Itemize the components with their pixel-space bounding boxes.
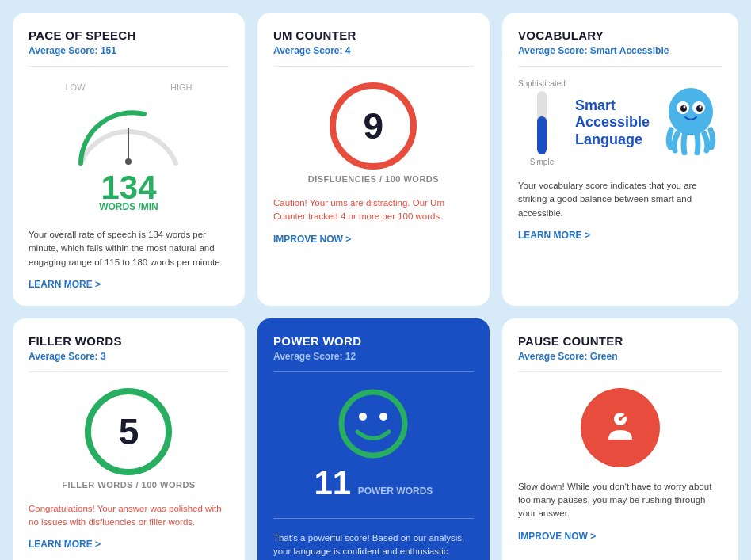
pause-description: Slow down! While you don't have to worry… [518,480,722,521]
vocab-bar-container: Sophisticated Simple [518,79,566,166]
vocab-text-area: SmartAccessibleLanguage [575,97,650,149]
pace-link[interactable]: LEARN MORE > [29,279,229,290]
pause-card: PAUSE COUNTER Average Score: Green Slow … [502,318,738,560]
svg-point-2 [669,88,713,135]
power-title: POWER WORD [273,334,474,348]
svg-point-9 [341,392,405,455]
power-number: 11 [314,464,351,501]
um-subtitle: Average Score: 4 [273,45,474,56]
pause-icon-svg [600,408,640,448]
vocab-bar-fill [537,116,547,154]
svg-point-1 [125,158,132,165]
power-body: 11 POWER WORDS [273,382,474,509]
vocab-body: Sophisticated Simple SmartAccessibleLang… [518,76,722,170]
pace-title: PACE OF SPEECH [29,29,229,42]
pace-number: 134 [101,171,156,204]
pause-title: PAUSE COUNTER [518,334,722,348]
vocab-title: VOCABULARY [518,29,722,42]
dashboard-grid: PACE OF SPEECH Average Score: 151 LOW HI… [13,13,738,560]
svg-point-11 [379,413,387,421]
svg-point-10 [359,413,367,421]
pace-body: LOW HIGH 134 WORDS /MIN [29,76,229,219]
filler-subtitle: Average Score: 3 [29,351,229,362]
um-link[interactable]: IMPROVE NOW > [273,234,474,245]
pace-card: PACE OF SPEECH Average Score: 151 LOW HI… [13,13,245,306]
um-divider [273,66,474,67]
svg-point-8 [700,106,702,109]
um-body: 9 DISFLUENCIES / 100 WORDS [273,76,474,190]
um-title: UM COUNTER [273,29,474,42]
gauge-labels: LOW HIGH [65,82,192,92]
filler-circle: 5 [85,388,172,475]
gauge-container [65,92,192,171]
filler-title: FILLER WORDS [29,334,229,348]
smiley-container: 11 POWER WORDS [314,388,433,502]
octopus-svg [659,84,722,155]
um-label: DISFLUENCIES / 100 WORDS [308,174,439,184]
gauge-svg [65,92,192,171]
vocab-bar-top: Sophisticated [518,79,566,88]
um-circle: 9 [330,82,417,170]
um-caution: Caution! Your ums are distracting. Our U… [273,196,474,224]
power-unit: POWER WORDS [358,486,433,497]
filler-label: FILLER WORDS / 100 WORDS [62,480,195,490]
vocab-label: SmartAccessibleLanguage [575,97,650,149]
um-card: UM COUNTER Average Score: 4 9 DISFLUENCI… [257,13,490,306]
vocab-description: Your vocabulary score indicates that you… [518,179,722,220]
vocab-divider [518,66,722,67]
pace-description: Your overall rate of speech is 134 words… [29,228,229,269]
pause-body [518,382,722,474]
pause-circle [581,388,660,467]
pace-unit: WORDS /MIN [99,201,158,212]
filler-link[interactable]: LEARN MORE > [29,539,229,550]
power-count-line: 11 POWER WORDS [314,464,433,502]
filler-divider [29,371,229,372]
vocab-bar [537,91,547,154]
vocab-bar-bottom: Simple [530,158,555,166]
power-divider [273,371,474,372]
gauge-low: LOW [65,82,85,92]
gauge-high: HIGH [170,82,193,92]
vocabulary-card: VOCABULARY Average Score: Smart Accessib… [502,13,738,306]
power-divider2 [273,518,474,519]
pace-divider [29,66,229,67]
svg-point-7 [684,106,686,109]
vocab-link[interactable]: LEARN MORE > [518,230,722,241]
svg-point-14 [619,417,622,421]
power-subtitle: Average Score: 12 [273,351,474,362]
vocab-octopus-icon [659,84,722,162]
filler-card: FILLER WORDS Average Score: 3 5 FILLER W… [13,318,245,560]
smiley-svg [337,388,409,459]
power-description: That's a powerful score! Based on our an… [273,531,474,559]
vocab-subtitle: Average Score: Smart Accessible [518,45,722,56]
pause-divider [518,371,722,372]
pace-subtitle: Average Score: 151 [29,45,229,56]
filler-description: Congratulations! Your answer was polishe… [29,502,229,530]
pause-subtitle: Average Score: Green [518,351,722,362]
filler-body: 5 FILLER WORDS / 100 WORDS [29,382,229,496]
pause-link[interactable]: IMPROVE NOW > [518,531,722,542]
power-card: POWER WORD Average Score: 12 11 POWER WO… [257,318,490,560]
